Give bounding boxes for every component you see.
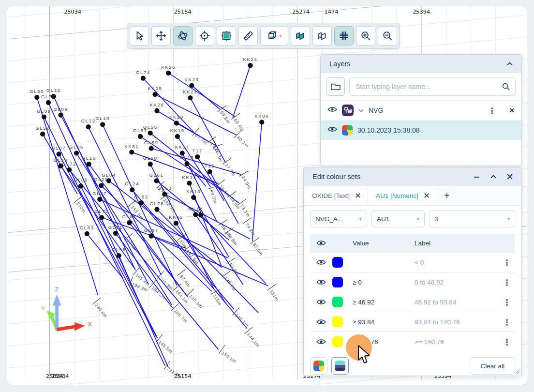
collar-dot[interactable] — [99, 215, 104, 220]
collar-dot[interactable] — [113, 231, 118, 236]
collar-dot[interactable] — [139, 200, 144, 205]
collar-dot[interactable] — [42, 114, 46, 119]
collar-dot[interactable] — [100, 122, 105, 127]
tab-oxide-text[interactable]: OXIDE [Text] — [304, 186, 368, 205]
collapse-chevron-up-icon[interactable] — [490, 175, 496, 179]
colour-swatch[interactable] — [332, 336, 343, 347]
collar-dot[interactable] — [86, 124, 91, 129]
measure-tool[interactable] — [238, 26, 258, 45]
layer-search-input[interactable] — [355, 82, 502, 91]
collar-dot[interactable] — [149, 234, 154, 239]
pan-tool[interactable] — [151, 26, 171, 45]
layers-panel-header[interactable]: Layers — [321, 55, 521, 73]
collar-dot[interactable] — [46, 100, 51, 105]
rule-menu-icon[interactable]: ••• — [499, 259, 515, 266]
collar-dot[interactable] — [180, 151, 185, 155]
colour-rule-row[interactable]: ≥ 93.84 93.84 to 140.76 ••• — [310, 312, 515, 332]
colour-swatch[interactable] — [332, 317, 343, 327]
visibility-eye-icon[interactable] — [310, 240, 332, 246]
collar-dot[interactable] — [259, 120, 264, 124]
collar-dot[interactable] — [56, 151, 61, 156]
collar-dot[interactable] — [127, 220, 132, 225]
collar-dot[interactable] — [78, 183, 83, 188]
collar-dot[interactable] — [154, 178, 159, 183]
tab-close-icon[interactable] — [356, 193, 360, 198]
search-icon[interactable] — [502, 82, 510, 91]
collar-dot[interactable] — [148, 162, 153, 166]
colour-swatch[interactable] — [332, 277, 343, 287]
collar-dot[interactable] — [40, 132, 45, 136]
close-icon[interactable] — [507, 174, 513, 180]
collar-dot[interactable] — [58, 112, 63, 117]
tab-au1-numeric[interactable]: AU1 [Numeric] — [368, 186, 436, 205]
collar-dot[interactable] — [148, 131, 153, 136]
dataset-select[interactable]: NVG_A...▾ — [310, 210, 367, 227]
view-cube-tool[interactable]: ▾ — [260, 26, 288, 45]
rule-menu-icon[interactable]: ••• — [499, 279, 515, 286]
collar-dot[interactable] — [138, 134, 143, 139]
layer-group-row[interactable]: NVG ••• ✕ — [321, 100, 521, 120]
collar-dot[interactable] — [198, 212, 203, 217]
collar-dot[interactable] — [152, 92, 157, 97]
drillhole-trace[interactable] — [119, 256, 168, 366]
collar-dot[interactable] — [74, 151, 79, 155]
attribute-select[interactable]: AU1▾ — [371, 210, 425, 227]
drillhole-trace[interactable] — [157, 210, 258, 313]
collar-dot[interactable] — [187, 181, 192, 185]
drillhole-trace[interactable] — [233, 65, 250, 118]
collar-dot[interactable] — [99, 183, 104, 188]
visibility-eye-icon[interactable] — [310, 338, 332, 345]
collar-dot[interactable] — [189, 83, 194, 88]
visibility-eye-icon[interactable] — [310, 318, 332, 325]
visibility-eye-icon[interactable] — [310, 279, 332, 286]
drillhole-trace[interactable] — [150, 164, 214, 288]
colour-swatch[interactable] — [332, 297, 343, 307]
collar-dot[interactable] — [97, 197, 102, 202]
orbit-tool[interactable] — [173, 26, 193, 45]
collar-dot[interactable] — [184, 161, 189, 166]
colour-swatch[interactable] — [332, 257, 343, 268]
visibility-eye-icon[interactable] — [310, 259, 332, 266]
collapse-chevron-up-icon[interactable] — [507, 62, 513, 66]
dialog-header[interactable]: Edit colour sets — [304, 167, 521, 186]
collar-dot[interactable] — [175, 134, 180, 139]
clip-box-tool[interactable] — [217, 26, 236, 45]
collar-dot[interactable] — [87, 162, 91, 166]
collar-dot[interactable] — [162, 192, 167, 196]
collar-dot[interactable] — [174, 121, 179, 125]
drillhole-trace[interactable] — [252, 122, 262, 241]
collar-dot[interactable] — [248, 63, 252, 68]
collar-dot[interactable] — [141, 76, 146, 81]
collar-dot[interactable] — [191, 195, 196, 200]
colour-rule-row[interactable]: < 0 ••• — [310, 252, 515, 272]
intervals-select[interactable]: 3▾ — [429, 210, 515, 227]
collar-dot[interactable] — [34, 95, 39, 100]
collar-dot[interactable] — [149, 146, 154, 151]
zoom-in-tool[interactable] — [356, 26, 375, 45]
layer-row-selected[interactable]: 30.10.2023 15:38:08 — [321, 120, 521, 140]
grid-tool[interactable] — [334, 26, 354, 45]
collar-dot[interactable] — [130, 187, 134, 192]
colour-rule-row[interactable]: ≥ 140.76 >= 140.76 ••• — [310, 332, 515, 351]
collar-dot[interactable] — [193, 212, 198, 217]
visibility-eye-icon[interactable] — [310, 299, 332, 305]
banded-palette-button[interactable] — [331, 357, 349, 375]
collar-dot[interactable] — [188, 95, 193, 100]
collar-dot[interactable] — [129, 150, 134, 154]
collar-dot[interactable] — [85, 231, 89, 236]
colour-rule-row[interactable]: ≥ 46.92 46.92 to 93.84 ••• — [310, 292, 515, 312]
colour-wheel-palette-button[interactable] — [310, 357, 327, 375]
target-tool[interactable] — [195, 26, 214, 45]
expand-chevron-down-icon[interactable] — [358, 109, 364, 112]
dialog-resize-handle[interactable] — [515, 369, 520, 374]
drillhole-trace[interactable] — [192, 85, 220, 109]
section-planes-filled-tool[interactable] — [291, 26, 310, 45]
layer-group-close-icon[interactable]: ✕ — [509, 106, 515, 114]
collar-dot[interactable] — [117, 253, 121, 258]
tab-close-icon[interactable] — [424, 193, 429, 198]
open-layer-button[interactable] — [326, 77, 345, 96]
collar-dot[interactable] — [67, 167, 72, 172]
collar-dot[interactable] — [154, 207, 159, 211]
collar-dot[interactable] — [174, 221, 178, 226]
rule-menu-icon[interactable]: ••• — [499, 338, 515, 346]
